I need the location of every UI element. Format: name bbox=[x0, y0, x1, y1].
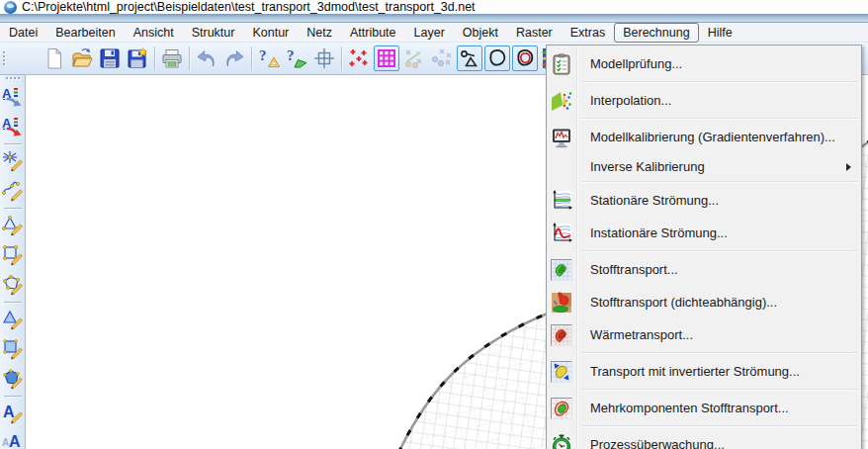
scale-nodes-icon[interactable] bbox=[429, 45, 455, 71]
toolbar-separator bbox=[4, 143, 22, 144]
menu-separator bbox=[581, 81, 858, 82]
scatter-points-icon[interactable] bbox=[346, 45, 372, 71]
spring-logo-icon[interactable] bbox=[4, 1, 17, 14]
crosshair-icon[interactable] bbox=[311, 45, 337, 71]
menu-separator bbox=[581, 118, 858, 119]
menu-item-stationaere-stroemung[interactable]: Stationäre Strömung... bbox=[547, 184, 861, 217]
left-toolbar: A A A AA bbox=[0, 75, 26, 449]
menu-item-stofftransport[interactable]: Stofftransport... bbox=[547, 253, 861, 286]
menubar-item-raster[interactable]: Raster bbox=[507, 23, 562, 43]
menubar-item-extras[interactable]: Extras bbox=[562, 23, 614, 43]
menu-item-modellkalibrierung[interactable]: Modellkalibrierung (Gradientenverfahren)… bbox=[547, 121, 861, 153]
toolbar-separator bbox=[4, 396, 22, 397]
stopwatch-icon bbox=[551, 434, 572, 449]
help-area-icon[interactable]: ? bbox=[284, 45, 309, 71]
menubar-item-bearbeiten[interactable]: Bearbeiten bbox=[46, 23, 124, 43]
toolbar-separator bbox=[154, 46, 155, 70]
solute-transport-icon bbox=[551, 259, 572, 281]
title-bar: C:\Projekte\html_project\Beispieldaten\t… bbox=[0, 0, 868, 14]
open-file-icon[interactable] bbox=[69, 45, 95, 71]
menubar-item-objekt[interactable]: Objekt bbox=[454, 23, 507, 43]
titlebar-aero-band bbox=[0, 14, 868, 23]
new-document-icon[interactable] bbox=[42, 45, 67, 71]
multicomponent-transport-icon bbox=[551, 398, 572, 419]
redo-icon[interactable] bbox=[221, 45, 247, 71]
menu-item-mehrkomponenten[interactable]: Mehrkomponenten Stofftransport... bbox=[547, 392, 861, 424]
contour-outline-icon[interactable] bbox=[484, 45, 510, 71]
menu-separator bbox=[581, 250, 858, 251]
contour-red-icon[interactable] bbox=[512, 45, 538, 71]
menu-item-prozessueberwachung[interactable]: Prozessüberwachung... bbox=[547, 428, 861, 449]
menu-bar: Datei Bearbeiten Ansicht Struktur Kontur… bbox=[0, 23, 868, 43]
submenu-arrow-icon bbox=[846, 163, 851, 171]
menubar-item-datei[interactable]: Datei bbox=[0, 23, 46, 43]
application-window: C:\Projekte\html_project\Beispieldaten\t… bbox=[0, 0, 868, 449]
window-title: C:\Projekte\html_project\Beispieldaten\t… bbox=[22, 0, 476, 14]
toolbar-separator bbox=[4, 208, 22, 209]
transient-flow-icon bbox=[551, 223, 572, 244]
menu-separator bbox=[581, 389, 858, 390]
steady-flow-icon bbox=[551, 190, 572, 212]
save-as-icon[interactable] bbox=[125, 45, 150, 71]
undo-icon[interactable] bbox=[194, 45, 219, 71]
interpolation-map-icon bbox=[551, 90, 572, 112]
menu-separator bbox=[581, 352, 858, 353]
menubar-item-struktur[interactable]: Struktur bbox=[183, 23, 244, 43]
svg-text:?: ? bbox=[259, 47, 267, 63]
toolbar-separator bbox=[251, 46, 252, 70]
menubar-item-netz[interactable]: Netz bbox=[298, 23, 341, 43]
svg-text:A: A bbox=[3, 404, 15, 420]
menu-separator bbox=[581, 181, 858, 182]
heat-transport-icon bbox=[551, 324, 572, 346]
berechnung-dropdown-menu: Modellprüfung... Interpolation... Modell… bbox=[546, 45, 862, 449]
edit-triangle-icon[interactable] bbox=[1, 213, 25, 238]
attributes-copy-icon[interactable]: A bbox=[1, 84, 25, 110]
edit-polygon-icon[interactable] bbox=[1, 272, 25, 298]
attributes-assign-icon[interactable]: A bbox=[1, 114, 25, 139]
toolbar-grip-handle[interactable] bbox=[3, 51, 5, 65]
menubar-item-ansicht[interactable]: Ansicht bbox=[125, 23, 183, 43]
toolbar-grip-handle[interactable] bbox=[6, 77, 20, 79]
menubar-item-berechnung[interactable]: Berechnung bbox=[614, 23, 698, 43]
inverted-flow-transport-icon bbox=[551, 361, 572, 383]
print-icon[interactable] bbox=[159, 45, 185, 71]
menu-item-interpolation[interactable]: Interpolation... bbox=[547, 84, 861, 117]
menubar-item-attribute[interactable]: Attribute bbox=[341, 23, 405, 43]
menu-separator bbox=[581, 425, 858, 426]
checklist-icon bbox=[551, 53, 572, 75]
toolbar-separator bbox=[341, 46, 342, 70]
move-nodes-icon[interactable] bbox=[401, 45, 427, 71]
text-size-icon[interactable]: AA bbox=[1, 430, 25, 449]
edit-filled-rectangle-icon[interactable] bbox=[1, 336, 25, 362]
svg-text:?: ? bbox=[287, 47, 295, 63]
help-triangle-icon[interactable]: ? bbox=[256, 45, 282, 71]
menu-item-transport-invertiert[interactable]: Transport mit invertierter Strömung... bbox=[547, 355, 861, 388]
menubar-item-kontur[interactable]: Kontur bbox=[243, 23, 298, 43]
density-transport-icon bbox=[551, 292, 572, 314]
menu-item-modellpruefung[interactable]: Modellprüfung... bbox=[547, 47, 861, 80]
edit-filled-polygon-icon[interactable] bbox=[1, 366, 25, 392]
edit-points-icon[interactable] bbox=[1, 148, 25, 174]
toolbar-separator bbox=[189, 46, 190, 70]
select-shapes-icon[interactable] bbox=[457, 45, 482, 71]
save-icon[interactable] bbox=[97, 45, 123, 71]
edit-rectangle-icon[interactable] bbox=[1, 242, 25, 268]
monitor-graph-icon bbox=[551, 127, 572, 148]
menu-item-waermetransport[interactable]: Wärmetransport... bbox=[547, 318, 861, 351]
menu-item-instationaere-stroemung[interactable]: Instationäre Strömung... bbox=[547, 217, 861, 249]
menubar-item-layer[interactable]: Layer bbox=[405, 23, 454, 43]
edit-filled-triangle-icon[interactable] bbox=[1, 307, 25, 332]
raster-grid-icon[interactable] bbox=[374, 45, 399, 71]
menu-item-stofftransport-dichte[interactable]: Stofftransport (dichteabhängig)... bbox=[547, 286, 861, 318]
svg-text:A: A bbox=[9, 433, 21, 449]
toolbar-separator bbox=[4, 302, 22, 303]
menu-item-inverse-kalibrierung[interactable]: Inverse Kalibrierung bbox=[547, 153, 861, 180]
menubar-item-hilfe[interactable]: Hilfe bbox=[699, 23, 741, 43]
edit-text-icon[interactable]: A bbox=[1, 401, 25, 426]
edit-polyline-icon[interactable] bbox=[1, 178, 25, 204]
